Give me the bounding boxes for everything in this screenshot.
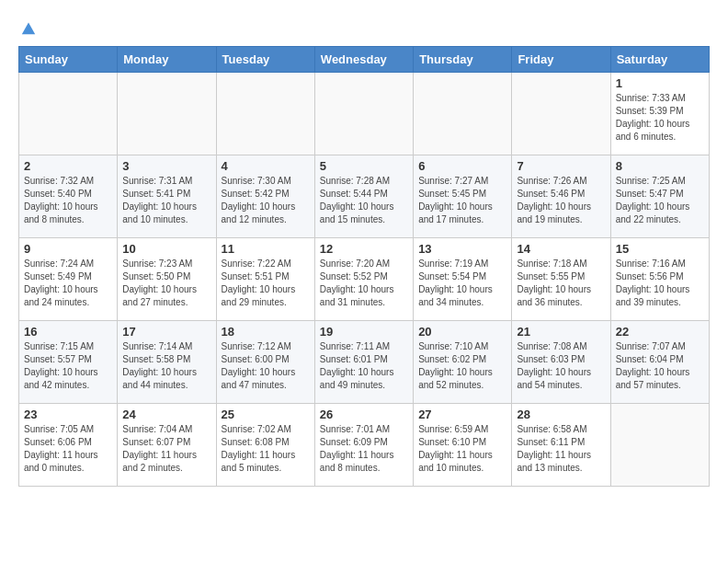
day-number: 17	[122, 325, 210, 339]
calendar-day-cell: 18Sunrise: 7:12 AM Sunset: 6:00 PM Dayli…	[216, 321, 314, 404]
calendar-day-cell: 20Sunrise: 7:10 AM Sunset: 6:02 PM Dayli…	[414, 321, 512, 404]
calendar-day-cell: 11Sunrise: 7:22 AM Sunset: 5:51 PM Dayli…	[216, 238, 314, 321]
logo	[18, 18, 37, 37]
day-number: 3	[122, 159, 210, 173]
calendar-day-cell: 27Sunrise: 6:59 AM Sunset: 6:10 PM Dayli…	[414, 404, 512, 487]
day-info: Sunrise: 7:02 AM Sunset: 6:08 PM Dayligh…	[222, 423, 310, 475]
weekday-header: Wednesday	[314, 47, 413, 73]
calendar-day-cell: 7Sunrise: 7:26 AM Sunset: 5:46 PM Daylig…	[512, 155, 610, 238]
calendar-day-cell: 4Sunrise: 7:30 AM Sunset: 5:42 PM Daylig…	[216, 155, 314, 238]
calendar-day-cell: 24Sunrise: 7:04 AM Sunset: 6:07 PM Dayli…	[118, 404, 216, 487]
day-info: Sunrise: 7:08 AM Sunset: 6:03 PM Dayligh…	[517, 340, 605, 392]
day-number: 19	[320, 325, 408, 339]
day-number: 24	[122, 408, 210, 421]
day-number: 16	[24, 325, 112, 339]
day-info: Sunrise: 7:32 AM Sunset: 5:40 PM Dayligh…	[24, 175, 112, 226]
calendar-week-row: 9Sunrise: 7:24 AM Sunset: 5:49 PM Daylig…	[19, 238, 710, 321]
calendar-day-cell: 21Sunrise: 7:08 AM Sunset: 6:03 PM Dayli…	[512, 321, 610, 404]
calendar-day-cell: 14Sunrise: 7:18 AM Sunset: 5:55 PM Dayli…	[512, 238, 610, 321]
day-info: Sunrise: 7:12 AM Sunset: 6:00 PM Dayligh…	[222, 340, 310, 392]
calendar-day-cell: 1Sunrise: 7:33 AM Sunset: 5:39 PM Daylig…	[610, 73, 709, 155]
day-number: 11	[222, 242, 310, 256]
day-number: 25	[222, 408, 310, 421]
day-info: Sunrise: 7:33 AM Sunset: 5:39 PM Dayligh…	[616, 92, 704, 144]
day-number: 13	[418, 242, 506, 256]
weekday-header: Saturday	[610, 47, 709, 73]
calendar-day-cell: 26Sunrise: 7:01 AM Sunset: 6:09 PM Dayli…	[314, 404, 413, 487]
day-number: 7	[517, 159, 605, 173]
calendar-day-cell: 16Sunrise: 7:15 AM Sunset: 5:57 PM Dayli…	[19, 321, 118, 404]
day-number: 27	[418, 408, 506, 421]
day-info: Sunrise: 7:15 AM Sunset: 5:57 PM Dayligh…	[24, 340, 112, 392]
day-number: 22	[616, 325, 704, 339]
calendar-week-row: 2Sunrise: 7:32 AM Sunset: 5:40 PM Daylig…	[19, 155, 710, 238]
calendar-day-cell: 5Sunrise: 7:28 AM Sunset: 5:44 PM Daylig…	[314, 155, 413, 238]
calendar-day-cell: 6Sunrise: 7:27 AM Sunset: 5:45 PM Daylig…	[414, 155, 512, 238]
calendar-day-cell	[512, 73, 610, 155]
weekday-header: Sunday	[19, 47, 118, 73]
calendar-day-cell: 28Sunrise: 6:58 AM Sunset: 6:11 PM Dayli…	[512, 404, 610, 487]
calendar-day-cell: 12Sunrise: 7:20 AM Sunset: 5:52 PM Dayli…	[314, 238, 413, 321]
calendar-week-row: 16Sunrise: 7:15 AM Sunset: 5:57 PM Dayli…	[19, 321, 710, 404]
day-info: Sunrise: 7:10 AM Sunset: 6:02 PM Dayligh…	[418, 340, 506, 392]
day-info: Sunrise: 6:59 AM Sunset: 6:10 PM Dayligh…	[418, 423, 506, 475]
day-info: Sunrise: 7:27 AM Sunset: 5:45 PM Dayligh…	[418, 175, 506, 226]
day-info: Sunrise: 7:28 AM Sunset: 5:44 PM Dayligh…	[320, 175, 408, 226]
calendar-day-cell	[414, 73, 512, 155]
day-info: Sunrise: 7:19 AM Sunset: 5:54 PM Dayligh…	[418, 258, 506, 309]
calendar-day-cell: 25Sunrise: 7:02 AM Sunset: 6:08 PM Dayli…	[216, 404, 314, 487]
day-number: 9	[24, 242, 112, 256]
day-number: 10	[122, 242, 210, 256]
logo-icon	[20, 19, 37, 36]
calendar-day-cell: 15Sunrise: 7:16 AM Sunset: 5:56 PM Dayli…	[610, 238, 709, 321]
day-number: 6	[418, 159, 506, 173]
calendar-day-cell: 13Sunrise: 7:19 AM Sunset: 5:54 PM Dayli…	[414, 238, 512, 321]
logo-text	[18, 18, 37, 40]
day-info: Sunrise: 7:11 AM Sunset: 6:01 PM Dayligh…	[320, 340, 408, 392]
day-number: 4	[222, 159, 310, 173]
day-number: 21	[517, 325, 605, 339]
calendar-day-cell: 8Sunrise: 7:25 AM Sunset: 5:47 PM Daylig…	[610, 155, 709, 238]
calendar-day-cell: 9Sunrise: 7:24 AM Sunset: 5:49 PM Daylig…	[19, 238, 118, 321]
calendar-day-cell: 23Sunrise: 7:05 AM Sunset: 6:06 PM Dayli…	[19, 404, 118, 487]
day-number: 26	[320, 408, 408, 421]
weekday-header: Thursday	[414, 47, 512, 73]
day-number: 18	[222, 325, 310, 339]
calendar-day-cell: 17Sunrise: 7:14 AM Sunset: 5:58 PM Dayli…	[118, 321, 216, 404]
weekday-header: Tuesday	[216, 47, 314, 73]
calendar-day-cell: 2Sunrise: 7:32 AM Sunset: 5:40 PM Daylig…	[19, 155, 118, 238]
weekday-header: Friday	[512, 47, 610, 73]
day-info: Sunrise: 7:23 AM Sunset: 5:50 PM Dayligh…	[122, 258, 210, 309]
calendar-week-row: 23Sunrise: 7:05 AM Sunset: 6:06 PM Dayli…	[19, 404, 710, 487]
day-info: Sunrise: 7:04 AM Sunset: 6:07 PM Dayligh…	[122, 423, 210, 475]
day-number: 1	[616, 76, 704, 90]
day-info: Sunrise: 7:07 AM Sunset: 6:04 PM Dayligh…	[616, 340, 704, 392]
day-number: 15	[616, 242, 704, 256]
calendar-day-cell	[610, 404, 709, 487]
day-info: Sunrise: 7:26 AM Sunset: 5:46 PM Dayligh…	[517, 175, 605, 226]
day-info: Sunrise: 6:58 AM Sunset: 6:11 PM Dayligh…	[517, 423, 605, 475]
page-header	[18, 18, 710, 37]
day-number: 28	[517, 408, 605, 421]
day-info: Sunrise: 7:14 AM Sunset: 5:58 PM Dayligh…	[122, 340, 210, 392]
day-number: 20	[418, 325, 506, 339]
day-info: Sunrise: 7:22 AM Sunset: 5:51 PM Dayligh…	[222, 258, 310, 309]
calendar-day-cell	[19, 73, 118, 155]
calendar-day-cell: 10Sunrise: 7:23 AM Sunset: 5:50 PM Dayli…	[118, 238, 216, 321]
calendar-week-row: 1Sunrise: 7:33 AM Sunset: 5:39 PM Daylig…	[19, 73, 710, 155]
calendar-day-cell: 19Sunrise: 7:11 AM Sunset: 6:01 PM Dayli…	[314, 321, 413, 404]
day-info: Sunrise: 7:30 AM Sunset: 5:42 PM Dayligh…	[222, 175, 310, 226]
calendar-table: SundayMondayTuesdayWednesdayThursdayFrid…	[18, 46, 710, 487]
calendar-day-cell	[118, 73, 216, 155]
calendar-day-cell	[314, 73, 413, 155]
day-info: Sunrise: 7:16 AM Sunset: 5:56 PM Dayligh…	[616, 258, 704, 309]
day-info: Sunrise: 7:01 AM Sunset: 6:09 PM Dayligh…	[320, 423, 408, 475]
day-number: 5	[320, 159, 408, 173]
day-info: Sunrise: 7:18 AM Sunset: 5:55 PM Dayligh…	[517, 258, 605, 309]
day-info: Sunrise: 7:31 AM Sunset: 5:41 PM Dayligh…	[122, 175, 210, 226]
day-info: Sunrise: 7:24 AM Sunset: 5:49 PM Dayligh…	[24, 258, 112, 309]
day-info: Sunrise: 7:05 AM Sunset: 6:06 PM Dayligh…	[24, 423, 112, 475]
calendar-day-cell: 22Sunrise: 7:07 AM Sunset: 6:04 PM Dayli…	[610, 321, 709, 404]
svg-marker-0	[22, 23, 35, 35]
day-info: Sunrise: 7:20 AM Sunset: 5:52 PM Dayligh…	[320, 258, 408, 309]
